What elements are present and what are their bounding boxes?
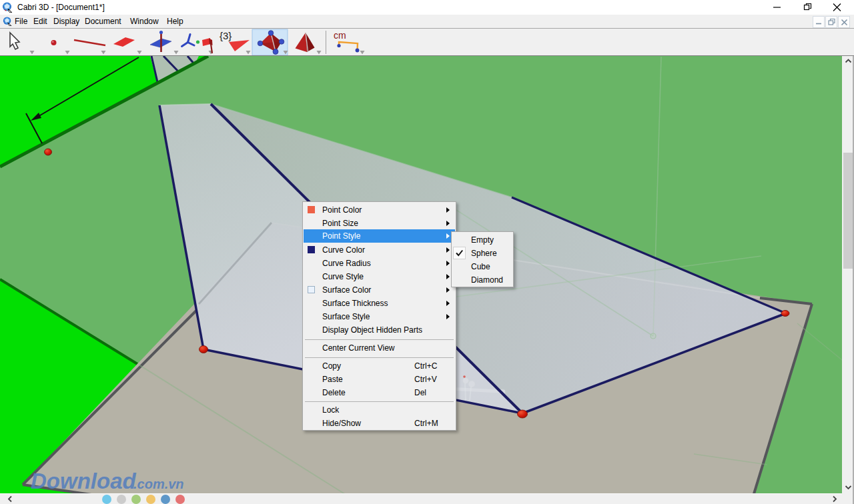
svg-text:{3}: {3} bbox=[220, 30, 232, 41]
svg-text:.com.vn: .com.vn bbox=[133, 477, 184, 491]
svg-text:cm: cm bbox=[334, 30, 346, 41]
svg-text:Download: Download bbox=[31, 469, 136, 493]
